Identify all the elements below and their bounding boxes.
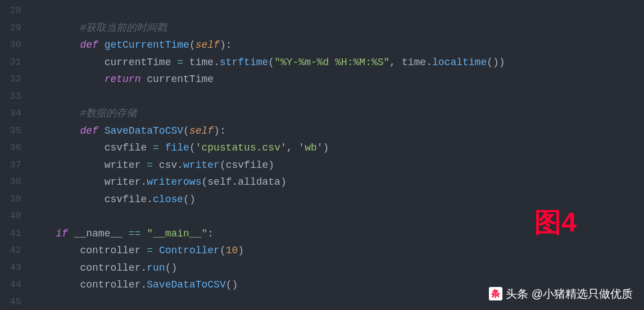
code-line[interactable]: def getCurrentTime(self): — [31, 37, 644, 54]
code-token: "%Y-%m-%d %H:%M:%S" — [274, 57, 389, 68]
watermark: 条 头条 @小猪精选只做优质 — [489, 284, 633, 303]
line-number: 37 — [4, 157, 21, 174]
line-number: 36 — [4, 139, 21, 157]
code-token: time — [402, 57, 426, 68]
code-token: __name__ — [68, 228, 129, 239]
code-token: 10 — [226, 245, 238, 256]
code-token: writer — [183, 159, 220, 171]
code-token: . — [140, 279, 147, 290]
code-token: return — [105, 74, 141, 85]
code-line[interactable]: writer = csv.writer(csvfile) — [31, 157, 644, 174]
line-number: 45 — [4, 294, 21, 311]
code-token: , — [287, 142, 299, 153]
code-token: Controller — [159, 245, 220, 256]
code-token: () — [165, 262, 178, 273]
code-token: controller — [80, 279, 140, 290]
code-token: def — [80, 39, 98, 51]
code-token: csvfile — [105, 142, 153, 153]
code-token — [31, 194, 105, 205]
line-number: 34 — [4, 105, 21, 122]
code-token — [31, 279, 80, 290]
code-token — [31, 74, 105, 85]
code-line[interactable]: controller.run() — [31, 259, 644, 277]
code-token: getCurrentTime — [105, 39, 189, 51]
image-annotation-label: 图4 — [534, 199, 577, 245]
line-number: 35 — [4, 122, 21, 140]
code-token — [31, 262, 80, 273]
code-token: ): — [214, 125, 226, 136]
code-token: writer — [105, 176, 141, 188]
code-token — [31, 22, 80, 34]
code-line[interactable]: def SaveDataToCSV(self): — [31, 122, 644, 140]
code-token: . — [140, 176, 147, 188]
code-token: = — [147, 159, 153, 171]
code-token: = — [153, 142, 159, 153]
code-line[interactable]: return currentTime — [31, 71, 644, 88]
code-token: self — [196, 39, 220, 51]
code-token — [98, 125, 105, 136]
code-line[interactable] — [31, 88, 644, 106]
code-token: self — [207, 176, 232, 188]
code-token: SaveDataToCSV — [105, 125, 183, 136]
code-token: 'wb' — [298, 142, 323, 153]
line-number: 32 — [4, 71, 21, 88]
code-editor[interactable]: 282930313233343536373839404142434445 #获取… — [0, 0, 644, 310]
code-token — [31, 228, 56, 239]
code-line[interactable] — [31, 2, 644, 20]
code-token: def — [80, 125, 98, 136]
code-token: ( — [220, 159, 226, 171]
code-token: ): — [220, 39, 232, 51]
line-number: 38 — [4, 174, 21, 191]
code-token: currentTime — [105, 57, 178, 68]
code-token: localtime — [432, 57, 487, 68]
code-token: SaveDataToCSV — [147, 279, 225, 290]
code-content[interactable]: #获取当前的时间戳 def getCurrentTime(self): curr… — [31, 0, 644, 310]
code-token: . — [232, 176, 238, 188]
watermark-icon: 条 — [489, 287, 502, 300]
code-token: strftime — [220, 57, 268, 68]
code-token: writerows — [147, 176, 201, 188]
code-token: ) — [280, 176, 287, 188]
code-token: () — [226, 279, 238, 290]
code-token: if — [56, 228, 68, 239]
code-token: controller — [80, 262, 140, 273]
code-token — [31, 125, 80, 136]
code-line[interactable]: currentTime = time.strftime("%Y-%m-%d %H… — [31, 54, 644, 71]
code-token: file — [165, 142, 189, 153]
line-number: 30 — [4, 37, 21, 54]
code-token — [31, 57, 105, 68]
line-number: 42 — [4, 242, 21, 259]
code-token: time — [183, 57, 214, 68]
code-token — [31, 159, 105, 171]
code-token: ) — [268, 159, 274, 171]
code-line[interactable]: #数据的存储 — [31, 105, 644, 122]
code-line[interactable]: writer.writerows(self.alldata) — [31, 174, 644, 191]
code-token: currentTime — [140, 74, 214, 85]
code-line[interactable]: csvfile = file('cpustatus.csv', 'wb') — [31, 139, 644, 157]
code-token: #获取当前的时间戳 — [80, 22, 167, 34]
code-token: self — [189, 125, 214, 136]
code-token: . — [177, 159, 183, 171]
code-token: ( — [201, 176, 207, 188]
code-token: "__main__" — [147, 228, 207, 239]
line-number: 29 — [4, 20, 21, 37]
code-token — [31, 39, 80, 51]
line-number: 31 — [4, 54, 21, 71]
code-token: csv — [153, 159, 177, 171]
line-number: 28 — [4, 2, 21, 20]
line-number: 44 — [4, 276, 21, 294]
code-token — [31, 142, 105, 153]
code-token: , — [389, 57, 402, 68]
code-token — [159, 142, 165, 153]
code-token: = — [147, 245, 153, 256]
code-token: ()) — [487, 57, 505, 68]
line-number: 41 — [4, 225, 21, 243]
code-token — [98, 39, 105, 51]
code-token — [140, 228, 147, 239]
code-token: ) — [323, 142, 329, 153]
line-number-gutter: 282930313233343536373839404142434445 — [0, 0, 31, 310]
code-token: ( — [189, 39, 196, 51]
code-token: ( — [220, 245, 226, 256]
code-line[interactable]: #获取当前的时间戳 — [31, 20, 644, 37]
code-token — [31, 245, 80, 256]
